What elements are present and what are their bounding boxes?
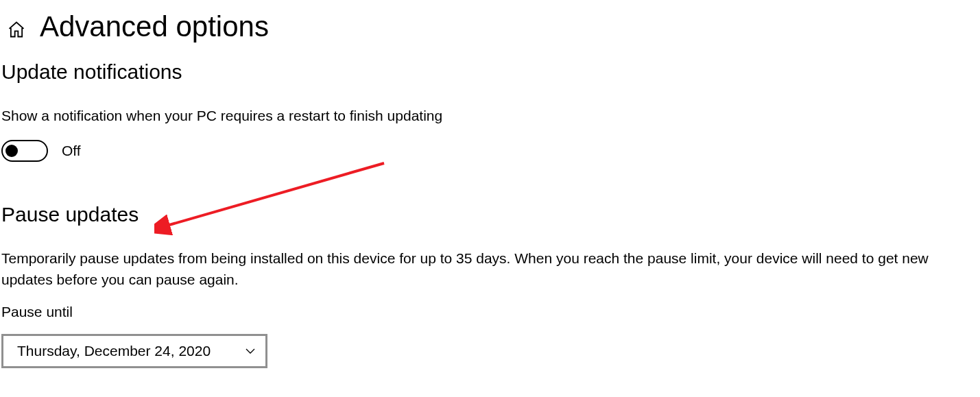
- update-notifications-section: Update notifications Show a notification…: [0, 60, 980, 162]
- pause-until-dropdown[interactable]: Thursday, December 24, 2020: [1, 334, 267, 368]
- chevron-down-icon: [245, 346, 256, 357]
- pause-updates-section: Pause updates Temporarily pause updates …: [0, 203, 980, 368]
- notifications-toggle-row: Off: [1, 140, 979, 162]
- toggle-knob: [5, 145, 18, 157]
- pause-description: Temporarily pause updates from being ins…: [1, 248, 961, 290]
- toggle-state-label: Off: [62, 143, 81, 159]
- page-header: Advanced options: [0, 0, 980, 60]
- dropdown-selected-value: Thursday, December 24, 2020: [17, 343, 211, 359]
- notifications-heading: Update notifications: [1, 60, 979, 84]
- notifications-toggle[interactable]: [1, 140, 48, 162]
- pause-heading: Pause updates: [1, 203, 979, 226]
- pause-until-label: Pause until: [1, 304, 979, 320]
- notifications-description: Show a notification when your PC require…: [1, 106, 961, 126]
- page-title: Advanced options: [40, 10, 269, 43]
- home-icon[interactable]: [7, 20, 26, 39]
